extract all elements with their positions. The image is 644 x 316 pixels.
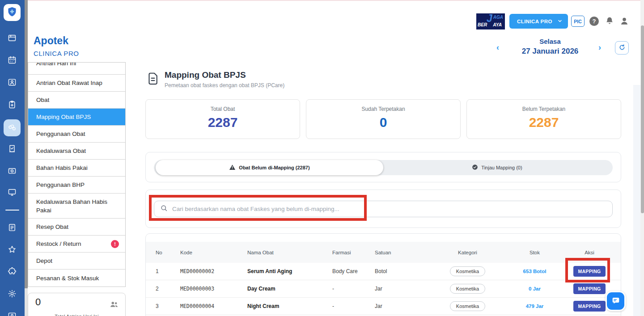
date-full-label: 27 Januari 2026 xyxy=(505,47,595,56)
stock-value: 479 Jar xyxy=(502,303,567,309)
col-stok: Stok xyxy=(502,250,567,255)
sidebar-item-penggunaan-obat[interactable]: Penggunaan Obat xyxy=(28,126,125,143)
help-icon[interactable]: ? xyxy=(589,17,599,26)
rail-item-billing[interactable] xyxy=(4,141,21,158)
rail-item-patients[interactable] xyxy=(4,75,21,92)
rail-item-schedule[interactable] xyxy=(4,52,21,69)
stock-value: 0 Jar xyxy=(502,286,567,291)
cash-icon xyxy=(8,166,17,177)
notifications-bell-icon[interactable] xyxy=(605,16,614,28)
top-hairline xyxy=(28,0,644,1)
page-scrollbar-thumb[interactable] xyxy=(641,25,644,213)
tab-tinjau-mapping[interactable]: Tinjau Mapping (0) xyxy=(383,160,611,175)
rail-item-cashier[interactable] xyxy=(4,163,21,180)
rail-item-settings[interactable] xyxy=(4,286,21,303)
date-day-label: Selasa xyxy=(519,38,581,45)
page-app-title: Apotek xyxy=(34,35,68,47)
sidebar-item-mapping-obat-bpjs[interactable]: Mapping Obat BPJS xyxy=(28,109,125,126)
search-input[interactable] xyxy=(172,206,612,212)
page-background-strip xyxy=(633,85,640,316)
rail-item-display[interactable] xyxy=(4,185,21,202)
account-avatar-icon[interactable] xyxy=(619,16,629,28)
search-box xyxy=(154,201,613,217)
rail-item-integrations[interactable] xyxy=(4,264,21,281)
chevron-down-icon xyxy=(557,18,563,25)
id-card-icon xyxy=(8,78,17,88)
refresh-icon xyxy=(619,44,626,52)
tab-label: Obat Belum di-Mapping (2287) xyxy=(239,165,309,170)
unmapped-drugs-table: No Kode Nama Obat Farmasi Satuan Kategor… xyxy=(145,233,621,316)
clipboard-plus-icon xyxy=(8,100,17,111)
mapping-tabs-card: Obat Belum di-Mapping (2287) Tinjau Mapp… xyxy=(145,152,621,182)
sidebar-item-restock-return[interactable]: Restock / Return ! xyxy=(28,236,125,253)
stat-label: Total Obat xyxy=(146,106,300,112)
stat-label: Belum Terpetakan xyxy=(467,106,621,112)
window-icon xyxy=(8,34,17,44)
pill-icon xyxy=(8,122,17,133)
refresh-button[interactable] xyxy=(615,41,629,55)
sidebar-item-resep-obat[interactable]: Resep Obat xyxy=(28,219,125,236)
queue-count: 0 xyxy=(35,296,41,308)
category-chip: Kosmetika xyxy=(450,266,485,276)
table-row: 3 MED00000004 Night Cream - Jar Kosmetik… xyxy=(146,298,621,315)
mapping-button[interactable]: MAPPING xyxy=(573,283,605,294)
brand-text: AYA xyxy=(493,22,502,27)
category-chip: Kosmetika xyxy=(450,301,485,311)
brand-text: AGA xyxy=(493,15,503,20)
document-lines-icon xyxy=(8,223,17,234)
sidebar-item-kedaluwarsa-obat[interactable]: Kedaluwarsa Obat xyxy=(28,143,125,160)
col-satuan: Satuan xyxy=(375,250,433,255)
tab-track: Obat Belum di-Mapping (2287) Tinjau Mapp… xyxy=(154,160,613,175)
date-next-button[interactable]: › xyxy=(598,43,601,51)
page-title: Mapping Obat BPJS xyxy=(165,70,246,80)
col-no: No xyxy=(156,250,180,255)
sidebar-item-kedaluwarsa-bhp[interactable]: Kedaluwarsa Bahan Habis Pakai xyxy=(28,194,125,219)
rail-item-pharmacy-active[interactable] xyxy=(4,119,21,136)
tab-obat-belum-dimapping[interactable]: Obat Belum di-Mapping (2287) xyxy=(156,160,383,175)
stock-value: 653 Botol xyxy=(502,269,567,274)
sidebar-item-pesanan-stok-masuk[interactable]: Pesanan & Stok Masuk xyxy=(28,270,125,287)
check-circle-icon xyxy=(472,164,478,171)
page-app-subtitle: CLINICA PRO xyxy=(34,50,79,57)
rail-item-reports[interactable] xyxy=(4,220,21,237)
rail-divider xyxy=(5,210,19,211)
chat-widget-button[interactable] xyxy=(606,291,626,311)
rail-item-staff[interactable] xyxy=(4,308,21,316)
rail-item-dashboard[interactable] xyxy=(4,30,21,47)
stat-card-total-obat: Total Obat 2287 xyxy=(145,99,300,139)
monitor-icon xyxy=(8,188,17,198)
shield-plus-icon xyxy=(7,6,17,19)
sidebar-item-antrian-hari-ini[interactable]: Antrian Hari Ini xyxy=(28,63,125,75)
queue-caption: Total Antrian Hari Ini xyxy=(28,314,125,316)
app-logo[interactable] xyxy=(4,4,21,21)
gear-icon xyxy=(8,289,17,300)
sidebar-item-depot[interactable]: Depot xyxy=(28,253,125,270)
puzzle-icon xyxy=(8,267,17,278)
clinic-selector-button[interactable]: CLINICA PRO xyxy=(509,14,568,29)
date-prev-button[interactable]: ‹ xyxy=(496,43,499,51)
table-row: 1 MED00000002 Serum Anti Aging Body Care… xyxy=(146,263,621,280)
col-aksi: Aksi xyxy=(567,250,612,255)
rail-item-medical-record[interactable] xyxy=(4,97,21,114)
sidebar-item-obat[interactable]: Obat xyxy=(28,92,125,109)
mapping-button[interactable]: MAPPING xyxy=(573,301,605,312)
rail-item-favorites[interactable] xyxy=(4,242,21,259)
document-icon xyxy=(147,72,159,88)
table-row: 2 MED00000003 Day Cream - Jar Kosmetika … xyxy=(146,280,621,298)
col-nama-obat: Nama Obat xyxy=(247,250,332,255)
sidebar-item-antrian-obat-rawat-inap[interactable]: Antrian Obat Rawat Inap xyxy=(28,75,125,92)
stat-card-belum-terpetakan: Belum Terpetakan 2287 xyxy=(466,99,621,139)
sidebar-item-bahan-habis-pakai[interactable]: Bahan Habis Pakai xyxy=(28,160,125,177)
calendar-icon xyxy=(8,55,17,66)
pharmacy-submenu: Antrian Hari Ini Antrian Obat Rawat Inap… xyxy=(28,62,126,287)
sidebar-item-penggunaan-bhp[interactable]: Penggunaan BHP xyxy=(28,177,125,194)
pic-button[interactable]: PIC xyxy=(571,16,585,27)
search-card xyxy=(145,190,621,228)
rail-scrollbar-thumb[interactable] xyxy=(25,0,28,288)
category-chip: Kosmetika xyxy=(450,284,485,294)
col-farmasi: Farmasi xyxy=(332,250,375,255)
chat-icon xyxy=(611,295,621,307)
mapping-button[interactable]: MAPPING xyxy=(573,266,605,277)
stat-value: 2287 xyxy=(146,115,300,130)
brand-text: J xyxy=(487,13,492,25)
